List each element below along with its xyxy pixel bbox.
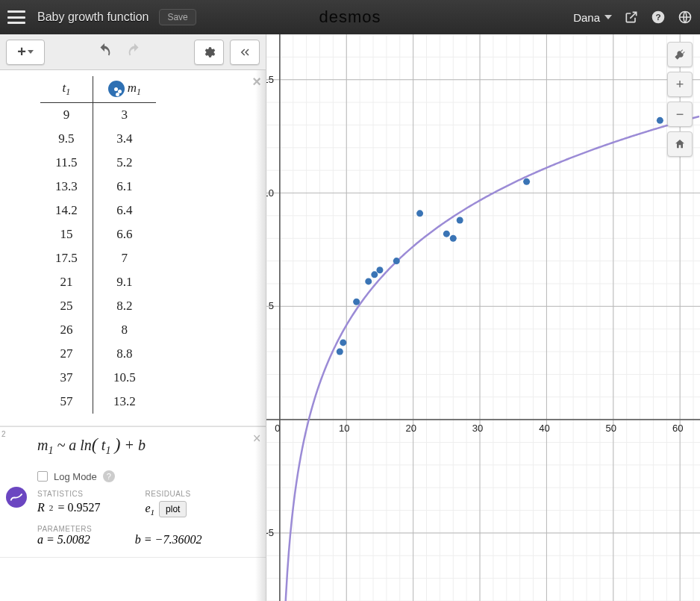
table-row[interactable]: 5713.2 xyxy=(40,390,156,414)
panel-settings-button[interactable] xyxy=(194,40,224,65)
zoom-in-button[interactable]: + xyxy=(667,72,693,97)
table-row[interactable]: 258.2 xyxy=(40,294,156,318)
table-cell[interactable]: 17.5 xyxy=(40,246,93,270)
table-cell[interactable]: 7 xyxy=(93,246,156,270)
r-squared-value: R2 = 0.9527 xyxy=(37,501,100,514)
table-cell[interactable]: 6.1 xyxy=(93,175,156,199)
delete-expression-icon[interactable]: × xyxy=(253,430,261,447)
table-column-header-t[interactable]: t1 xyxy=(40,76,93,103)
graph-title[interactable]: Baby growth function xyxy=(37,10,149,24)
table-cell[interactable]: 15 xyxy=(40,222,93,246)
table-cell[interactable]: 8.8 xyxy=(93,342,156,366)
undo-button[interactable] xyxy=(96,43,113,62)
param-a: a = 5.0082 xyxy=(37,533,90,546)
svg-point-98 xyxy=(523,178,530,185)
add-expression-button[interactable]: + xyxy=(6,40,45,65)
table-cell[interactable]: 57 xyxy=(40,390,93,414)
delete-expression-icon[interactable]: × xyxy=(252,73,261,90)
plot-residuals-button[interactable]: plot xyxy=(159,501,187,517)
app-header: Baby growth function Save desmos Dana ? xyxy=(0,0,700,34)
svg-point-94 xyxy=(416,210,423,217)
table-cell[interactable]: 13.3 xyxy=(40,175,93,199)
table-cell[interactable]: 21 xyxy=(40,270,93,294)
svg-text:10: 10 xyxy=(339,423,349,434)
table-cell[interactable]: 13.2 xyxy=(93,390,156,414)
menu-icon[interactable] xyxy=(7,10,25,24)
svg-point-92 xyxy=(376,267,383,273)
table-cell[interactable]: 14.2 xyxy=(40,199,93,222)
svg-text:40: 40 xyxy=(539,423,549,434)
regression-formula[interactable]: m1 ~ a ln( t1 ) + b xyxy=(37,435,255,457)
svg-point-88 xyxy=(340,339,346,346)
svg-text:10: 10 xyxy=(266,187,274,199)
table-cell[interactable]: 9.1 xyxy=(93,270,156,294)
table-cell[interactable]: 3.4 xyxy=(93,127,156,151)
svg-text:0: 0 xyxy=(275,423,280,434)
table-cell[interactable]: 25 xyxy=(40,294,93,318)
table-row[interactable]: 219.1 xyxy=(40,270,156,294)
svg-point-99 xyxy=(657,117,663,124)
svg-text:60: 60 xyxy=(672,423,683,434)
table-cell[interactable]: 3 xyxy=(93,103,156,128)
table-row[interactable]: 11.55.2 xyxy=(40,151,156,175)
svg-text:-5: -5 xyxy=(266,527,274,538)
graph-canvas[interactable]: + − 0102030405060-551015 xyxy=(266,34,700,601)
log-mode-label: Log Mode xyxy=(54,471,97,482)
table-cell[interactable]: 8 xyxy=(93,318,156,342)
table-row[interactable]: 268 xyxy=(40,318,156,342)
zoom-out-button[interactable]: − xyxy=(667,102,693,127)
table-row[interactable]: 17.57 xyxy=(40,246,156,270)
redo-button[interactable] xyxy=(126,43,143,62)
save-button[interactable]: Save xyxy=(159,9,196,25)
expression-table-item[interactable]: × t1 m1 939.53.411.55.213.36.114.26.4156… xyxy=(0,70,266,426)
svg-text:15: 15 xyxy=(266,74,274,85)
table-column-header-m[interactable]: m1 xyxy=(93,76,156,103)
table-row[interactable]: 93 xyxy=(40,103,156,128)
points-icon[interactable] xyxy=(108,81,125,97)
plus-icon: + xyxy=(17,43,26,60)
table-cell[interactable]: 27 xyxy=(40,342,93,366)
table-row[interactable]: 3710.5 xyxy=(40,366,156,390)
collapse-panel-button[interactable] xyxy=(230,40,260,65)
svg-text:20: 20 xyxy=(405,423,416,434)
table-cell[interactable]: 8.2 xyxy=(93,294,156,318)
user-menu[interactable]: Dana xyxy=(573,11,612,24)
residuals-heading: RESIDUALS xyxy=(145,490,190,498)
graph-settings-button[interactable] xyxy=(667,42,693,67)
expression-regression-item[interactable]: 2 × m1 ~ a ln( t1 ) + b Log Mode ? STATI… xyxy=(0,426,266,558)
desmos-logo: desmos xyxy=(319,7,381,27)
help-icon[interactable]: ? xyxy=(651,10,666,25)
share-icon[interactable] xyxy=(624,10,639,25)
table-cell[interactable]: 26 xyxy=(40,318,93,342)
plot-svg: 0102030405060-551015 xyxy=(266,34,700,601)
table-cell[interactable]: 10.5 xyxy=(93,366,156,390)
table-cell[interactable]: 6.6 xyxy=(93,222,156,246)
svg-point-93 xyxy=(393,258,400,264)
svg-text:30: 30 xyxy=(472,423,483,434)
regression-icon[interactable] xyxy=(6,487,27,508)
help-icon[interactable]: ? xyxy=(103,470,115,482)
table-cell[interactable]: 5.2 xyxy=(93,151,156,175)
svg-text:?: ? xyxy=(655,12,660,22)
svg-point-89 xyxy=(353,299,360,305)
table-cell[interactable]: 11.5 xyxy=(40,151,93,175)
data-table[interactable]: t1 m1 939.53.411.55.213.36.114.26.4156.6… xyxy=(40,76,156,414)
table-row[interactable]: 278.8 xyxy=(40,342,156,366)
user-name: Dana xyxy=(573,11,600,24)
table-row[interactable]: 13.36.1 xyxy=(40,175,156,199)
svg-text:5: 5 xyxy=(269,300,274,311)
table-row[interactable]: 14.26.4 xyxy=(40,199,156,222)
log-mode-checkbox[interactable] xyxy=(37,471,48,482)
svg-point-96 xyxy=(450,235,457,242)
svg-point-95 xyxy=(443,231,450,237)
table-cell[interactable]: 9.5 xyxy=(40,127,93,151)
home-zoom-button[interactable] xyxy=(667,131,693,157)
table-cell[interactable]: 6.4 xyxy=(93,199,156,222)
table-cell[interactable]: 9 xyxy=(40,103,93,128)
table-row[interactable]: 156.6 xyxy=(40,222,156,246)
table-cell[interactable]: 37 xyxy=(40,366,93,390)
expression-panel: + × t1 m1 xyxy=(0,34,266,601)
parameters-heading: PARAMETERS xyxy=(37,525,255,533)
table-row[interactable]: 9.53.4 xyxy=(40,127,156,151)
language-icon[interactable] xyxy=(678,10,693,25)
